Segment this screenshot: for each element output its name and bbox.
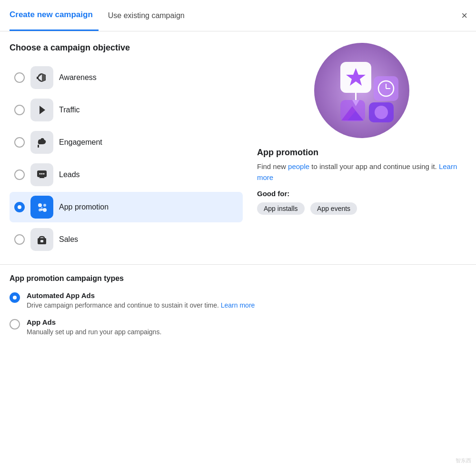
tags-container: App installs App events <box>257 202 466 218</box>
learn-more-automated[interactable]: Learn more <box>221 301 255 309</box>
engagement-icon <box>30 131 53 154</box>
app-ads-label: App Ads <box>27 318 161 326</box>
svg-point-10 <box>43 204 46 207</box>
objective-item-leads[interactable]: Leads <box>10 160 243 190</box>
automated-app-ads-label: Automated App Ads <box>27 291 255 299</box>
close-button[interactable]: × <box>461 10 467 21</box>
awareness-label: Awareness <box>59 73 97 82</box>
app-promotion-icon <box>30 196 53 219</box>
radio-awareness[interactable] <box>14 72 25 83</box>
left-panel: Choose a campaign objective A <box>10 43 243 255</box>
campaign-type-app-ads[interactable]: App Ads Manually set up and run your app… <box>10 318 466 337</box>
desc-after-link: to install your app and continue using i… <box>309 162 439 170</box>
app-promo-description: Find new people to install your app and … <box>257 161 466 183</box>
app-ads-text: App Ads Manually set up and run your app… <box>27 318 161 337</box>
app-ads-desc: Manually set up and run your app campaig… <box>27 328 161 337</box>
objective-item-awareness[interactable]: Awareness <box>10 62 243 93</box>
good-for-title: Good for: <box>257 190 466 198</box>
campaign-type-automated[interactable]: Automated App Ads Drive campaign perform… <box>10 291 466 310</box>
radio-automated-app-ads[interactable] <box>10 292 20 303</box>
app-promotion-illustration <box>314 43 409 138</box>
svg-point-6 <box>40 173 41 175</box>
main-content: Choose a campaign objective A <box>0 31 476 264</box>
tag-app-events: App events <box>310 202 357 215</box>
app-promotion-label: App promotion <box>59 203 109 211</box>
objective-item-traffic[interactable]: Traffic <box>10 95 243 125</box>
leads-label: Leads <box>59 170 80 179</box>
watermark: 智东西 <box>456 457 471 464</box>
svg-rect-1 <box>37 77 39 79</box>
radio-app-ads[interactable] <box>10 319 20 329</box>
svg-point-8 <box>43 173 45 175</box>
svg-point-9 <box>38 203 42 207</box>
svg-point-25 <box>375 106 388 119</box>
svg-rect-4 <box>38 145 39 148</box>
radio-traffic[interactable] <box>14 105 25 115</box>
tab-create-new-campaign[interactable]: Create new campaign <box>10 0 99 31</box>
svg-rect-14 <box>40 240 43 242</box>
objective-item-engagement[interactable]: Engagement <box>10 127 243 158</box>
radio-engagement[interactable] <box>14 137 25 148</box>
radio-leads[interactable] <box>14 170 25 180</box>
illustration-svg <box>321 50 402 131</box>
svg-point-7 <box>41 173 43 175</box>
engagement-label: Engagement <box>59 138 102 147</box>
modal: Create new campaign Use existing campaig… <box>0 0 476 469</box>
right-panel: App promotion Find new people to install… <box>252 43 466 255</box>
automated-app-ads-text: Automated App Ads Drive campaign perform… <box>27 291 255 310</box>
campaign-types-title: App promotion campaign types <box>10 274 466 283</box>
radio-app-promotion[interactable] <box>14 202 25 212</box>
tag-app-installs: App installs <box>257 202 305 215</box>
desc-before-link: Find new <box>257 162 288 170</box>
traffic-icon <box>30 99 53 121</box>
sales-icon <box>30 228 53 251</box>
objective-item-app-promotion[interactable]: App promotion <box>10 192 243 222</box>
sales-label: Sales <box>59 235 78 244</box>
automated-app-ads-desc: Drive campaign performance and continue … <box>27 301 255 310</box>
traffic-label: Traffic <box>59 106 80 114</box>
leads-icon <box>30 163 53 186</box>
section-heading: Choose a campaign objective <box>10 43 243 53</box>
awareness-icon <box>30 66 53 89</box>
objective-list: Awareness Traffic <box>10 62 243 255</box>
radio-sales[interactable] <box>14 234 25 245</box>
bottom-section: App promotion campaign types Automated A… <box>0 264 476 354</box>
tab-use-existing-campaign[interactable]: Use existing campaign <box>102 0 190 31</box>
objective-item-sales[interactable]: Sales <box>10 224 243 255</box>
tab-bar: Create new campaign Use existing campaig… <box>0 0 476 31</box>
people-link[interactable]: people <box>288 162 309 170</box>
app-promo-title: App promotion <box>257 148 466 158</box>
